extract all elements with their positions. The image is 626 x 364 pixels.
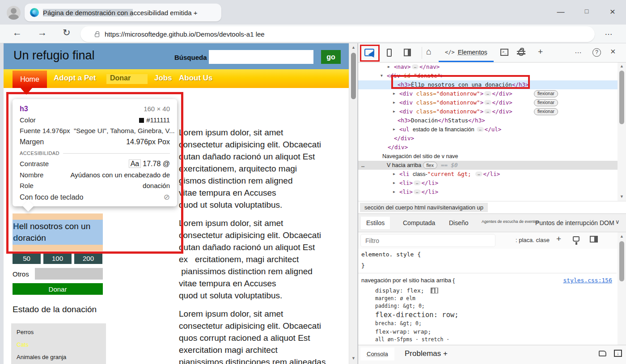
css-declaration[interactable]: flex-direction: row;	[358, 310, 617, 320]
css-declaration[interactable]: brecha: &gt; 0;	[358, 320, 617, 327]
status-item-cats[interactable]: Cats	[17, 341, 106, 348]
expand-arrow-icon[interactable]: ▶	[393, 188, 395, 197]
dom-tree-row[interactable]: ▶<nav>…</nav>	[358, 63, 626, 71]
devtools-help-icon[interactable]: ?	[592, 48, 601, 57]
row-options-dots[interactable]: …	[361, 161, 364, 170]
dom-tree-row[interactable]: ▶<div class="donationrow">…</div>flexion…	[358, 98, 626, 107]
expand-arrow-icon[interactable]: ▶	[393, 107, 395, 116]
tree-scroll-down[interactable]: ▼	[618, 194, 626, 199]
tab-elementos[interactable]: </> Elementos	[439, 43, 494, 62]
placa-clase-label[interactable]: : placa. clase	[516, 237, 550, 243]
dom-tree-row[interactable]: ▶<li class-"current &gt; …</li>	[358, 170, 626, 179]
toggle-panel-icon[interactable]	[590, 236, 598, 243]
nav-item-donar[interactable]: Donar	[106, 74, 148, 84]
flex-badge[interactable]: flexionar	[534, 108, 558, 115]
css-declaration[interactable]: all øn-Sfpms · stretch ·	[358, 336, 617, 343]
tree-scroll-thumb[interactable]	[619, 71, 624, 124]
css-declaration[interactable]: padding: &gt; 0;	[358, 302, 617, 310]
nav-item-home[interactable]: Home	[13, 71, 47, 88]
dom-tree-row[interactable]: Navegación del sitio de v nave	[358, 152, 626, 161]
css-declaration[interactable]: margen: ø elm	[358, 295, 617, 302]
dom-tree-scrollbar[interactable]: ▲ ▼	[618, 63, 626, 201]
flex-badge[interactable]: flexionar	[534, 90, 558, 97]
tab-consola[interactable]: Consola	[360, 347, 394, 360]
debugger-bug-icon[interactable]	[518, 49, 524, 56]
nav-item-jobs[interactable]: Jobs	[154, 74, 172, 83]
css-declaration[interactable]: flex-wrap: wrap;	[358, 327, 617, 336]
page-scrollbar[interactable]: ▲ ▼	[349, 43, 357, 364]
home-panel-icon[interactable]: ⌂	[426, 46, 431, 57]
add-panel-icon[interactable]: +	[538, 47, 543, 57]
scroll-down-arrow[interactable]: ▼	[349, 356, 358, 360]
tab-problemas[interactable]: Problemas +	[405, 349, 448, 358]
tab-diseno[interactable]: Diseño	[449, 219, 469, 226]
profile-avatar[interactable]	[7, 6, 21, 20]
devtools-close-icon[interactable]: ×	[610, 46, 616, 57]
dom-tree-row[interactable]: ▶<li>…</li>	[358, 188, 626, 197]
dock-drawer-icon[interactable]: ↓	[614, 350, 622, 357]
other-amount-input[interactable]	[35, 268, 103, 280]
dom-tree-row[interactable]: ▶<div class="donationrow">…</div>flexion…	[358, 89, 626, 98]
chevron-down-icon[interactable]: ∨	[615, 218, 620, 225]
search-input[interactable]	[209, 50, 313, 64]
amount-50-button[interactable]: 50	[13, 253, 41, 264]
amount-200-button[interactable]: 200	[74, 253, 102, 264]
element-style-rule[interactable]: elemento. style {	[358, 249, 617, 260]
stylesheet-link[interactable]: styles.css:156	[563, 277, 612, 284]
css-selector[interactable]: navegación por el sitio hacia arriba {	[361, 277, 455, 284]
styles-filter-input[interactable]	[361, 234, 495, 247]
console-panel-icon[interactable]: >_	[500, 49, 508, 56]
page-scrollbar-thumb[interactable]	[351, 53, 356, 99]
window-close-button[interactable]: ×	[606, 6, 619, 17]
expand-arrow-icon[interactable]: ▶	[388, 63, 390, 71]
open-in-new-icon[interactable]	[599, 351, 606, 356]
expand-arrow-icon[interactable]: ▶	[393, 170, 395, 179]
tab-dom-breakpoints[interactable]: Puntos de interrupción DOM	[535, 219, 614, 226]
inspect-element-icon[interactable]	[364, 49, 374, 56]
back-button[interactable]: ←	[13, 27, 22, 38]
css-declaration[interactable]: display: flex;on	[358, 286, 617, 295]
dom-tree-row[interactable]: <h3>Donación</hStatus</h3>	[358, 116, 626, 125]
styles-scrollbar[interactable]: ▲	[618, 232, 626, 364]
devtools-more-icon[interactable]: …	[575, 47, 582, 55]
dom-tree-row[interactable]: ▶<div class="donationrow">…</div>flexion…	[358, 107, 626, 116]
tree-scroll-up[interactable]: ▲	[618, 64, 626, 68]
new-style-rule-icon[interactable]: +	[556, 234, 561, 244]
flex-badge[interactable]: flexionar	[534, 99, 558, 106]
maximize-button[interactable]: □	[580, 8, 593, 15]
styles-scroll-up[interactable]: ▲	[618, 234, 626, 238]
minimize-button[interactable]: —	[554, 8, 567, 17]
amount-100-button[interactable]: 100	[43, 253, 72, 264]
scroll-up-arrow[interactable]: ▲	[349, 45, 358, 50]
styles-scroll-thumb[interactable]	[619, 241, 624, 281]
nav-item-about[interactable]: About Us	[179, 74, 213, 83]
tab-computada[interactable]: Computada	[403, 219, 435, 226]
browser-tab[interactable]: Página de demostración con accesibilidad…	[25, 4, 221, 21]
dom-tree-row[interactable]: </div>	[358, 134, 626, 143]
dock-side-icon[interactable]	[404, 49, 411, 56]
dom-tree-row[interactable]: …V hacia arriba flex== $0	[358, 161, 626, 170]
address-bar[interactable]: https://microsoftedge.github.io/Demos/de…	[80, 26, 595, 42]
nav-item-adopt[interactable]: Adopt a Pet	[54, 74, 96, 83]
browser-menu-button[interactable]: …	[605, 28, 613, 37]
dom-tree-row[interactable]: ▶<ul estado de la financiación …</ul>	[358, 125, 626, 134]
expand-arrow-icon[interactable]: ▼	[381, 71, 383, 80]
breadcrumb[interactable]: sección del cuerpo html nav#sitenavigati…	[360, 203, 488, 212]
element-state-brush-icon[interactable]	[573, 236, 579, 242]
expand-arrow-icon[interactable]: ▶	[393, 179, 395, 188]
dom-tree-row[interactable]: ▶<li>…</li>	[358, 179, 626, 188]
status-item-granja[interactable]: Animales de granja	[17, 354, 106, 360]
donate-button[interactable]: Donar	[13, 283, 103, 295]
status-item-perros[interactable]: Perros	[17, 329, 106, 335]
forward-button[interactable]: →	[38, 27, 47, 38]
flex-editor-icon[interactable]: on	[431, 288, 438, 293]
dom-tree-row[interactable]: </div>	[358, 143, 626, 152]
expand-arrow-icon[interactable]: ▶	[393, 98, 395, 107]
expand-arrow-icon[interactable]: ▶	[393, 125, 395, 134]
tab-estilos[interactable]: Estilos	[361, 217, 390, 229]
expand-arrow-icon[interactable]: ▶	[393, 89, 395, 98]
search-go-button[interactable]: go	[321, 50, 341, 64]
tab-event-listeners[interactable]: Agentes de escucha de eventos	[482, 219, 539, 224]
reload-button[interactable]: ↻	[63, 27, 71, 38]
device-emulation-icon[interactable]	[387, 49, 392, 57]
